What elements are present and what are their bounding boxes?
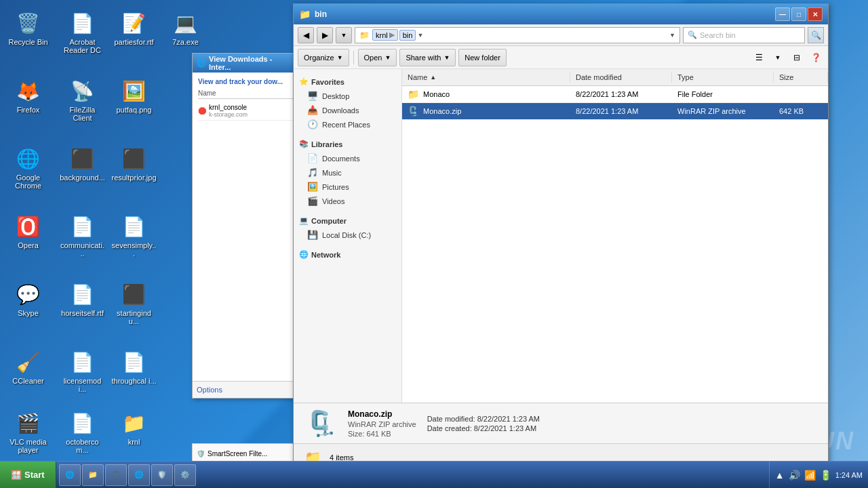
organize-button[interactable]: Organize ▼ [298, 49, 349, 66]
navigation-bar: ◀ ▶ ▼ 📁 krnl ▶ bin ▼ ▼ 🔍 [294, 24, 828, 46]
icon-label-opera: Opera [5, 241, 51, 249]
desktop-icon-octobercom[interactable]: 📄 octoberco m... [57, 407, 108, 457]
taskbar-item-settings[interactable]: ⚙️ [174, 464, 196, 486]
view-toggle-button[interactable]: ☰ [751, 49, 767, 66]
downloads-title-icon: 🌐 [197, 59, 206, 68]
icon-label-chrome: Google Chrome [5, 174, 51, 190]
desktop-icon-ccleaner[interactable]: 🧹 CCleaner [3, 346, 54, 388]
minimize-button[interactable]: — [775, 7, 790, 21]
dropdown-button[interactable]: ▼ [336, 27, 352, 43]
back-button[interactable]: ◀ [298, 27, 314, 43]
desktop-icon-firefox[interactable]: 🦊 Firefox [3, 75, 54, 117]
desktop-icon-throughcal[interactable]: 📄 throughcal i... [108, 346, 159, 388]
sort-arrow-icon: ▲ [430, 74, 436, 81]
desktop-icon-krnl[interactable]: 📁 krnl [108, 407, 159, 449]
taskbar-item-chrome[interactable]: 🌐 [128, 464, 150, 486]
desktop-icon-startingind[interactable]: ⬛ startingind u... [108, 278, 159, 328]
col-header-type[interactable]: Type [672, 72, 774, 83]
explorer-window: 📁 bin — □ ✕ ◀ ▶ ▼ 📁 krnl ▶ [293, 3, 829, 471]
sidebar-item-downloads[interactable]: 📥 Downloads [294, 103, 401, 117]
taskbar-item-media[interactable]: 🎵 [105, 464, 127, 486]
view-dropdown-button[interactable]: ▼ [770, 49, 786, 66]
desktop-icon-skype[interactable]: 💬 Skype [3, 278, 54, 320]
sidebar-item-music[interactable]: 🎵 Music [294, 165, 401, 180]
sidebar-item-desktop[interactable]: 🖥️ Desktop [294, 89, 401, 103]
local-disk-label: Local Disk (C:) [322, 231, 371, 239]
help-button[interactable]: ❓ [808, 49, 824, 66]
desktop-icon-partiesfor[interactable]: 📝 partiesfor.rtf [108, 7, 159, 49]
desktop-icon-acrobat[interactable]: 📄 Acrobat Reader DC [57, 7, 108, 57]
new-folder-button[interactable]: New folder [458, 49, 507, 66]
taskbar-item-folder[interactable]: 📁 [82, 464, 104, 486]
col-header-size[interactable]: Size [774, 72, 828, 83]
desktop-icon-licensemod[interactable]: 📄 licensemod i... [57, 346, 108, 396]
address-part-bin[interactable]: bin [399, 30, 416, 41]
desktop-icon-sevensimply[interactable]: 📄 sevensimply... [108, 210, 159, 260]
tray-battery-icon[interactable]: 🔋 [820, 470, 831, 481]
table-row[interactable]: 📁 Monaco 8/22/2021 1:23 AM File Folder [402, 86, 828, 103]
file-cell-size: 642 KB [774, 103, 828, 119]
sidebar-item-local-disk[interactable]: 💾 Local Disk (C:) [294, 228, 401, 242]
icon-image-communications: 📄 [69, 213, 96, 240]
tray-network-icon[interactable]: 📶 [804, 470, 816, 481]
security-taskbar-icon: 🛡️ [157, 470, 167, 479]
icon-image-octobercom: 📄 [69, 409, 96, 436]
favorites-header: ⭐ Favorites [294, 75, 401, 89]
desktop-icon-horseitself[interactable]: 📄 horseitself.rtf [57, 278, 108, 320]
search-go-button[interactable]: 🔍 [808, 27, 824, 43]
sidebar-item-videos[interactable]: 🎬 Videos [294, 194, 401, 208]
desktop-icon-background[interactable]: ⬛ background... [57, 142, 108, 184]
icon-image-licensemod: 📄 [69, 348, 96, 375]
icon-label-octobercom: octoberco m... [60, 438, 105, 454]
libraries-header: 📚 Libraries [294, 137, 401, 151]
table-row[interactable]: 🗜️ Monaco.zip 8/22/2021 1:23 AM WinRAR Z… [402, 103, 828, 120]
desktop-icon-chrome[interactable]: 🌐 Google Chrome [3, 142, 54, 192]
ie-icon: 🌐 [65, 470, 75, 479]
col-header-date[interactable]: Date modified [570, 72, 672, 83]
sidebar-item-documents[interactable]: 📄 Documents [294, 151, 401, 165]
desktop-icon-resultprior[interactable]: ⬛ resultprior.jpg [108, 142, 159, 184]
desktop-icon-communications[interactable]: 📄 communicati... [57, 210, 108, 260]
close-button[interactable]: ✕ [808, 7, 823, 21]
share-button[interactable]: Share with ▼ [399, 49, 456, 66]
icon-label-licensemod: licensemod i... [60, 377, 105, 393]
address-part-krnl[interactable]: krnl ▶ [372, 29, 398, 41]
open-button[interactable]: Open ▼ [358, 49, 397, 66]
address-bar-icon: 📁 [359, 30, 370, 40]
desktop-icon-vlc[interactable]: 🎬 VLC media player [3, 407, 54, 457]
desktop-icon-recycle-bin[interactable]: 🗑️ Recycle Bin [3, 7, 54, 49]
sidebar-item-pictures[interactable]: 🖼️ Pictures [294, 180, 401, 194]
tray-up-arrow[interactable]: ▲ [775, 470, 785, 481]
clock-time: 1:24 AM [835, 471, 863, 479]
taskbar-item-security[interactable]: 🛡️ [151, 464, 173, 486]
downloads-options-button[interactable]: Options [197, 386, 294, 394]
downloads-titlebar[interactable]: 🌐 View Downloads - Inter... [193, 54, 298, 73]
address-full-dropdown[interactable]: ▼ [669, 32, 675, 39]
tray-volume-icon[interactable]: 🔊 [789, 470, 800, 481]
desktop-icon-7za[interactable]: 💻 7za.exe [160, 7, 211, 49]
search-placeholder: Search bin [700, 31, 736, 39]
organize-dropdown-icon: ▼ [337, 54, 343, 61]
sidebar-item-recent[interactable]: 🕐 Recent Places [294, 117, 401, 131]
downloads-panel: 🌐 View Downloads - Inter... View and tra… [192, 53, 299, 399]
file-name: Monaco.zip [423, 107, 461, 115]
desktop-icon-filezilla[interactable]: 📡 FileZilla Client [57, 75, 108, 125]
preview-pane-button[interactable]: ⊟ [789, 49, 805, 66]
forward-button[interactable]: ▶ [317, 27, 333, 43]
file-list-header: Name ▲ Date modified Type Size [402, 69, 828, 86]
documents-label: Documents [322, 155, 360, 163]
toolbar-right: ☰ ▼ ⊟ ❓ [751, 49, 824, 66]
address-dropdown-arrow[interactable]: ▼ [417, 32, 423, 39]
icon-label-skype: Skype [5, 309, 51, 317]
taskbar-item-ie[interactable]: 🌐 [59, 464, 81, 486]
folder-taskbar-icon: 📁 [88, 470, 98, 479]
desktop-icon-putfaq[interactable]: 🖼️ putfaq.png [108, 75, 159, 117]
list-item[interactable]: 🛑 krnl_console k-storage.com [198, 102, 293, 121]
maximize-button[interactable]: □ [791, 7, 806, 21]
start-button[interactable]: 🪟 Start [0, 462, 56, 489]
desktop-icon-opera[interactable]: 🅾️ Opera [3, 210, 54, 252]
col-name-label: Name [408, 73, 427, 81]
col-header-name[interactable]: Name ▲ [402, 72, 570, 83]
file-icon: 🗜️ [408, 106, 419, 117]
smartscreen-icon: 🛡️ [197, 450, 205, 458]
